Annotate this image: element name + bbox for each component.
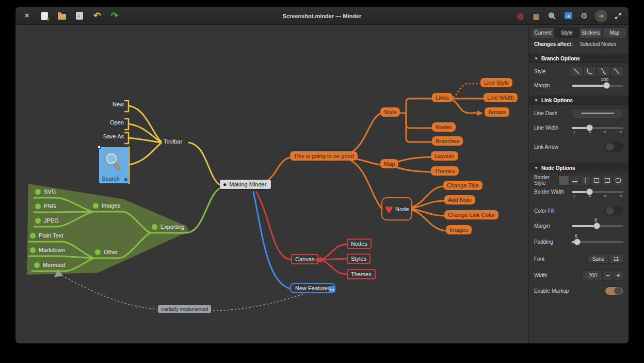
sidebar-toggle-button[interactable]: ➜: [595, 10, 607, 22]
node-line-style[interactable]: Line Style: [480, 78, 512, 87]
node-images[interactable]: Images: [446, 225, 472, 234]
border-style-square-button[interactable]: [591, 176, 602, 185]
branch-options-header[interactable]: ▼ Branch Options: [529, 54, 629, 63]
undo-button[interactable]: ↶: [92, 11, 102, 21]
node-plain-text[interactable]: Plain Text: [30, 232, 63, 239]
border-style-bracket-button[interactable]: [: [580, 176, 591, 185]
node-toolbar[interactable]: Toolbar: [164, 138, 182, 145]
focus-mode-button[interactable]: ◎: [515, 11, 525, 21]
node-mermaid[interactable]: Mermaid: [34, 262, 65, 268]
tab-map[interactable]: Map: [603, 27, 626, 38]
link-options-header[interactable]: ▼ Link Options: [529, 96, 629, 105]
branch-margin-label: Margin: [534, 83, 550, 88]
border-width-slider[interactable]: [572, 191, 623, 193]
border-width-label: Border Width: [534, 189, 564, 195]
node-other[interactable]: Other: [95, 249, 118, 255]
link-arrow-toggle[interactable]: [605, 143, 623, 151]
new-document-icon: [41, 12, 48, 20]
new-document-button[interactable]: [39, 11, 50, 21]
node-canvas-styles[interactable]: Styles: [347, 254, 371, 264]
width-decrease-button[interactable]: −: [603, 271, 613, 280]
node-export-images-label: Images: [102, 202, 120, 209]
node-markdown[interactable]: Markdown: [30, 247, 65, 253]
branch-margin-slider[interactable]: 100: [572, 85, 623, 87]
redo-button[interactable]: ↷: [109, 11, 120, 21]
node-svg[interactable]: SVG: [35, 188, 56, 195]
node-canvas-nodes[interactable]: Nodes: [347, 239, 372, 249]
node-canvas-themes[interactable]: Themes: [347, 269, 376, 279]
node-line-width[interactable]: Line Width: [484, 93, 518, 102]
heart-icon: ♥: [385, 202, 393, 216]
branch-style-curved-button[interactable]: [610, 66, 623, 76]
task-dot-icon: [30, 233, 36, 239]
close-button[interactable]: ✕: [22, 11, 32, 21]
map-overview-button[interactable]: ▦: [531, 11, 541, 21]
border-style-rounded-button[interactable]: [613, 176, 623, 185]
node-open[interactable]: Open: [103, 119, 124, 125]
node-add-note[interactable]: Add Note: [444, 195, 475, 204]
open-file-button[interactable]: [57, 11, 67, 21]
node-margin-slider[interactable]: 8: [572, 225, 623, 227]
node-this-is-going-to-be-good[interactable]: This is going to be good: [290, 151, 358, 161]
node-style[interactable]: Style: [380, 107, 400, 117]
font-family-button[interactable]: Sans: [588, 254, 609, 264]
sidebar-toggle-icon: ➜: [599, 12, 604, 20]
node-branches[interactable]: Branches: [432, 136, 463, 146]
node-root[interactable]: ● Making Minder: [220, 180, 271, 189]
border-style-underline-button[interactable]: [569, 176, 580, 185]
fullscreen-button[interactable]: [613, 11, 623, 21]
selection-handle[interactable]: [98, 146, 101, 149]
node-jpeg[interactable]: JPEG: [35, 217, 59, 224]
node-style-nodes[interactable]: Nodes: [432, 122, 456, 132]
branch-style-straight-button[interactable]: [570, 66, 583, 76]
font-size-button[interactable]: 11: [609, 254, 623, 264]
search-node-label: Search: [102, 176, 120, 182]
export-button[interactable]: ➜: [563, 11, 573, 21]
node-exporting-label: Exporting: [160, 224, 184, 230]
changes-affect-select[interactable]: Selected Nodes: [579, 41, 616, 47]
line-dash-button[interactable]: [572, 108, 623, 118]
width-increase-button[interactable]: +: [613, 271, 623, 280]
node-margin-value: 8: [594, 217, 597, 223]
font-buttons: Sans 11: [588, 254, 623, 264]
image-resize-icon[interactable]: ≡: [124, 176, 127, 182]
node-map[interactable]: Map: [380, 159, 398, 168]
branch-style-rounded-button[interactable]: [597, 66, 610, 76]
node-canvas[interactable]: Canvas: [291, 254, 318, 264]
settings-button[interactable]: ⚙: [579, 11, 589, 21]
border-style-square2-button[interactable]: [602, 176, 613, 185]
node-arrows[interactable]: Arrows: [485, 107, 509, 117]
node-node[interactable]: ♥ Node: [381, 197, 412, 220]
tab-stickers[interactable]: Stickers: [579, 27, 603, 38]
node-map-themes[interactable]: Themes: [431, 166, 459, 176]
node-new[interactable]: New: [103, 101, 124, 107]
node-change-link-color[interactable]: Change Link Color: [444, 210, 498, 219]
task-dot-icon: [35, 203, 41, 209]
magnifier-image: [103, 151, 124, 172]
node-options-header[interactable]: ▼ Node Options: [529, 163, 629, 172]
tab-current[interactable]: Current: [531, 27, 555, 38]
enable-markup-toggle[interactable]: [605, 287, 623, 295]
node-search[interactable]: Search ≡: [99, 147, 129, 183]
node-png[interactable]: PNG: [35, 203, 56, 209]
color-fill-toggle[interactable]: [605, 207, 623, 215]
node-links[interactable]: Links: [432, 93, 453, 102]
node-export-images[interactable]: Images: [93, 202, 120, 209]
save-button[interactable]: [74, 11, 85, 21]
node-width-value[interactable]: 200: [583, 271, 603, 280]
node-exporting[interactable]: Exporting: [152, 224, 184, 230]
node-node-label: Node: [395, 206, 409, 212]
connection-label[interactable]: Partially Implemented: [158, 305, 211, 313]
padding-slider[interactable]: 6: [572, 241, 623, 243]
zoom-button[interactable]: [547, 11, 557, 21]
node-layouts[interactable]: Layouts: [431, 151, 458, 161]
mindmap-canvas[interactable]: New Open Save As Search ≡ Toolbar ● Maki…: [15, 25, 528, 343]
branch-style-squared-button[interactable]: [583, 66, 597, 76]
changes-affect-label: Changes affect:: [534, 41, 573, 47]
border-style-none-button[interactable]: [558, 176, 569, 185]
node-save-as[interactable]: Save As: [93, 133, 124, 139]
node-change-title[interactable]: Change Title: [443, 181, 482, 190]
line-width-slider[interactable]: [572, 127, 623, 129]
note-icon[interactable]: ●●: [329, 286, 335, 292]
tab-style[interactable]: Style: [555, 27, 578, 38]
